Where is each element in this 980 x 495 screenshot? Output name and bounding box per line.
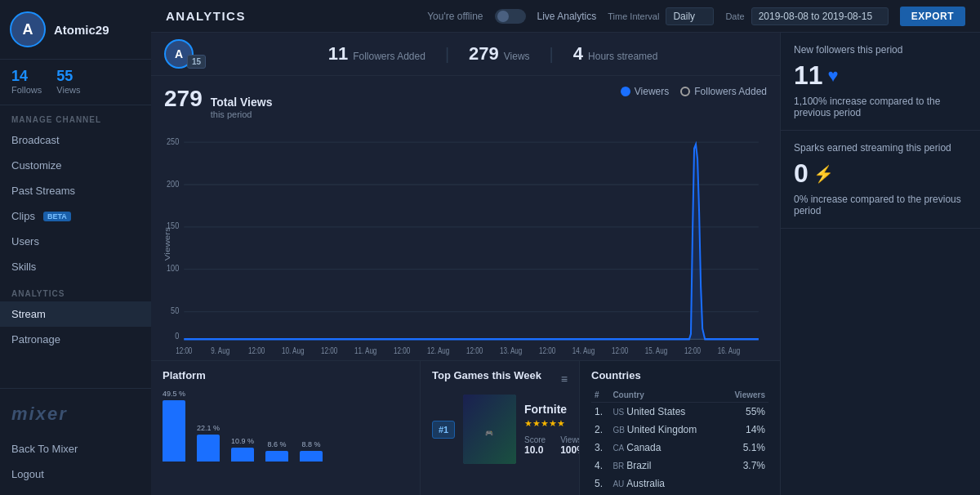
- followers-legend-circle: [680, 87, 690, 96]
- svg-text:0: 0: [175, 331, 179, 341]
- svg-text:12:00: 12:00: [612, 346, 628, 355]
- hours-label: Hours streamed: [588, 51, 657, 62]
- interval-select[interactable]: Daily: [666, 7, 714, 25]
- svg-text:12:00: 12:00: [466, 346, 483, 355]
- countries-bottom-panel: Countries # Country Viewers 1. USUnited …: [580, 361, 780, 495]
- viewers-legend-label: Viewers: [635, 86, 669, 97]
- country-flag: CA: [612, 444, 624, 453]
- col-viewers: Viewers: [722, 388, 768, 403]
- sort-icon[interactable]: ≡: [561, 372, 568, 386]
- sparks-stat-num: 0 ⚡: [794, 158, 967, 189]
- bar: [197, 435, 220, 462]
- platform-panel: Platform 49.5 % 22.1 % 10.9 %: [151, 361, 421, 495]
- chart-title-block: Total Views this period: [211, 96, 273, 119]
- views-value: 100%: [560, 444, 580, 456]
- interval-group: Time Interval Daily: [608, 7, 714, 25]
- bar: [300, 451, 323, 462]
- bar: [265, 451, 288, 462]
- game-info: Fortnite ★★★★★ Score 10.0 Views 100%: [524, 403, 580, 456]
- hours-stat: 4 Hours streamed: [573, 43, 658, 65]
- bar-item: 49.5 %: [163, 390, 185, 462]
- stream-summary-bar: A 15 11 Followers Added | 279 Views |: [151, 33, 780, 76]
- sidebar-item-customize[interactable]: Customize: [0, 153, 151, 178]
- sidebar-item-label: Patronage: [11, 333, 60, 346]
- bar: [231, 448, 254, 462]
- table-row: 1. USUnited States 55%: [591, 403, 768, 421]
- country-flag: GB: [612, 426, 624, 435]
- follows-stat: 14 Follows: [11, 68, 42, 95]
- followers-legend-label: Followers Added: [694, 86, 767, 97]
- bottom-panels: Platform 49.5 % 22.1 % 10.9 %: [151, 360, 780, 495]
- svg-text:12:00: 12:00: [394, 346, 410, 355]
- avatar: A: [10, 11, 46, 47]
- analytics-section-label: ANALYTICS: [0, 279, 151, 301]
- bar-label-top: 8.6 %: [268, 440, 287, 448]
- sidebar-item-skills[interactable]: Skills: [0, 254, 151, 279]
- live-analytics-toggle[interactable]: [495, 9, 526, 24]
- sidebar-item-patronage[interactable]: Patronage: [0, 327, 151, 352]
- sparks-increase: 0% increase compared to the previous per…: [794, 194, 967, 216]
- chart-subtitle: this period: [211, 109, 273, 119]
- viewers-cell: 5.1%: [722, 439, 768, 457]
- sidebar-item-label: Broadcast: [11, 134, 60, 146]
- sidebar-item-broadcast[interactable]: Broadcast: [0, 127, 151, 153]
- game-metric-views: Views 100%: [560, 435, 580, 456]
- game-metrics: Score 10.0 Views 100% Streams 100%: [524, 435, 580, 456]
- sidebar-item-label: Skills: [11, 261, 36, 273]
- bolt-icon: ⚡: [813, 164, 834, 184]
- hours-num: 4: [573, 43, 583, 65]
- bar-item: 10.9 %: [231, 437, 254, 462]
- countries-title: Countries: [591, 369, 768, 381]
- viewers-legend-item[interactable]: Viewers: [621, 86, 669, 97]
- table-row: 5. AUAustralia: [591, 475, 768, 493]
- bar-item: 8.6 %: [265, 440, 288, 462]
- svg-text:50: 50: [171, 305, 179, 315]
- logout-link[interactable]: Logout: [0, 462, 151, 487]
- sidebar-item-clips[interactable]: Clips BETA: [0, 203, 151, 229]
- country-flag: US: [612, 408, 624, 417]
- chart-legend: Viewers Followers Added: [621, 86, 767, 97]
- svg-text:12:00: 12:00: [539, 346, 555, 355]
- score-label: Score: [524, 435, 546, 444]
- bar-item: 8.8 %: [300, 440, 323, 462]
- svg-text:12. Aug: 12. Aug: [427, 346, 449, 355]
- viewers-legend-dot: [621, 87, 630, 96]
- follows-count: 14: [11, 68, 42, 85]
- top-games-title: Top Games this Week: [432, 369, 541, 381]
- svg-text:12:00: 12:00: [321, 346, 337, 355]
- topbar: ANALYTICS You're offline Live Analytics …: [151, 0, 980, 33]
- country-cell: CACanada: [609, 439, 722, 457]
- games-header: Top Games this Week ≡: [432, 369, 568, 388]
- level-badge: 15: [187, 55, 206, 69]
- followers-stat-num: 11 ♥: [794, 60, 967, 91]
- game-name: Fortnite: [524, 403, 580, 416]
- country-cell: GBUnited Kingdom: [609, 421, 722, 439]
- country-cell: AUAustralia: [609, 475, 722, 493]
- followers-legend-item[interactable]: Followers Added: [680, 86, 767, 97]
- svg-text:16. Aug: 16. Aug: [718, 346, 740, 355]
- views-label: Views: [504, 51, 530, 62]
- bar-label-top: 22.1 %: [197, 424, 220, 432]
- svg-text:200: 200: [167, 178, 179, 188]
- logout-label: Logout: [11, 468, 44, 480]
- chart-svg: 250 200 150 100 50 0 Viewers: [164, 127, 767, 360]
- back-to-mixer-link[interactable]: Back To Mixer: [0, 436, 151, 462]
- sidebar-item-label: Customize: [11, 159, 61, 172]
- manage-channel-label: MANAGE CHANNEL: [0, 105, 151, 127]
- live-analytics-label: Live Analytics: [537, 11, 597, 22]
- sidebar-item-label: Users: [11, 235, 39, 247]
- date-input[interactable]: [751, 7, 889, 25]
- date-group: Date: [725, 7, 888, 25]
- stream-stats: 11 Followers Added | 279 Views | 4 Hours…: [219, 43, 767, 65]
- export-button[interactable]: EXPORT: [900, 7, 965, 26]
- sparks-stat-label: Sparks earned streaming this period: [794, 142, 967, 154]
- sidebar-item-stream[interactable]: Stream: [0, 301, 151, 327]
- sidebar-item-past-streams[interactable]: Past Streams: [0, 178, 151, 203]
- svg-text:15. Aug: 15. Aug: [645, 346, 667, 355]
- country-flag: AU: [612, 479, 624, 488]
- rank-cell: 5.: [591, 475, 609, 493]
- followers-added-label: Followers Added: [353, 51, 425, 62]
- svg-text:🎮: 🎮: [485, 429, 493, 437]
- sidebar-item-users[interactable]: Users: [0, 229, 151, 254]
- sidebar-stats: 14 Follows 55 Views: [0, 60, 151, 105]
